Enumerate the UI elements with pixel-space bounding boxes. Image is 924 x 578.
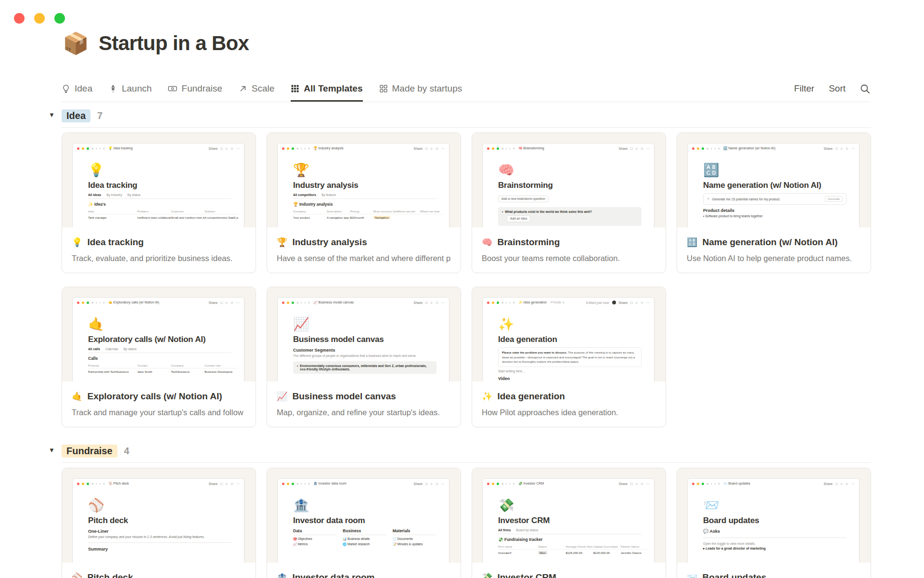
card-title: 🤙Exploratory calls (w/ Notion AI) <box>72 391 246 402</box>
template-card-investor-crm[interactable]: ≡‹›+💸 Investor CRMShare□○☆···💸Investor C… <box>472 468 666 578</box>
template-card-pitch-deck[interactable]: ≡‹›+⚾ Pitch deckShare□○☆···⚾Pitch deckOn… <box>62 468 256 578</box>
section-badge-idea[interactable]: Idea <box>62 109 90 122</box>
more-icon: ··· <box>441 147 445 150</box>
template-card-business-model-canvas[interactable]: ≡‹›+📈 Business model canvasShare□○☆···📈B… <box>267 287 461 427</box>
card-title-text: Brainstorming <box>497 237 560 248</box>
search-icon[interactable] <box>860 84 870 94</box>
more-icon: ··· <box>851 482 855 486</box>
mini-ai-prompt-text: Generate me 15 potential names for my pr… <box>712 197 781 201</box>
mini-table: Firm nameStatusAverage Check SizeCapital… <box>498 543 648 555</box>
sort-button[interactable]: Sort <box>829 83 846 94</box>
template-card-idea-generation[interactable]: ≡‹›+✨ Idea generationPrivate ∨Edited jus… <box>472 287 666 427</box>
comment-icon: □ <box>835 482 837 486</box>
tab-scale[interactable]: Scale <box>239 76 275 102</box>
star-icon: ☆ <box>231 482 233 486</box>
template-card-board-updates[interactable]: ≡‹›+📨 Board updatesShare□○☆···📨Board upd… <box>677 468 871 578</box>
tab-idea[interactable]: Idea <box>62 76 92 102</box>
template-card-investor-data-room[interactable]: ≡‹›+🏦 Investor data roomShare□○☆···🏦Inve… <box>267 468 461 578</box>
forward-icon: › <box>509 301 510 304</box>
mini-page-content: 🔠Name generation (w/ Notion AI)✦Generate… <box>688 164 859 218</box>
close-window-button[interactable] <box>14 13 25 24</box>
mini-page-title: 📨 Board updates <box>723 482 750 486</box>
star-icon: ☆ <box>436 147 438 150</box>
mini-subheading: Product details <box>703 208 847 213</box>
mini-cell <box>420 216 443 219</box>
mini-traffic-light <box>492 147 494 150</box>
mini-table-row: Task managerInefficient team collaborati… <box>88 214 238 220</box>
template-card-idea-tracking[interactable]: ≡‹›+💡 Idea trackingShare□○☆···💡Idea trac… <box>62 132 256 273</box>
avatar <box>612 301 616 304</box>
tab-all-templates[interactable]: All Templates <box>291 76 362 102</box>
card-emoji: 💸 <box>482 572 492 578</box>
mini-heading: Exploratory calls (w/ Notion AI) <box>88 335 231 344</box>
mini-window: ≡‹›+📨 Board updatesShare□○☆···📨Board upd… <box>688 479 859 563</box>
menu-icon: ≡ <box>91 482 93 486</box>
mini-page-title: 🧠 Brainstorming <box>518 146 544 150</box>
mini-table: CompanyDescriptionPricingMost common fea… <box>293 208 443 220</box>
tab-bar: IdeaLaunchFundraiseScaleAll TemplatesMad… <box>62 76 870 102</box>
mini-column-item: 📝 Minutes & updates <box>393 542 436 546</box>
mini-cell: Jane Smith <box>137 370 171 373</box>
menu-icon: ≡ <box>91 147 93 150</box>
mini-chrome-actions: Share□○☆··· <box>414 147 445 150</box>
back-icon: ‹ <box>506 482 507 486</box>
mini-cell: TechSolutions <box>171 370 205 373</box>
mini-window-chrome: ≡‹›+✨ Idea generationPrivate ∨Edited jus… <box>483 298 654 307</box>
template-card-name-generation-w-notion-ai[interactable]: ≡‹›+🔠 Name generation (w/ Notion AI)Shar… <box>677 132 871 273</box>
back-icon: ‹ <box>301 147 302 150</box>
collapse-triangle-icon[interactable]: ▼ <box>49 447 55 454</box>
card-footer: 🧠BrainstormingBoost your teams remote co… <box>472 227 666 263</box>
mini-heading: Industry analysis <box>293 181 436 190</box>
mini-chrome-actions: Share□○☆··· <box>619 147 650 150</box>
menu-icon: ≡ <box>501 482 503 486</box>
filter-button[interactable]: Filter <box>794 83 814 94</box>
menu-icon: ≡ <box>501 147 503 150</box>
mini-col-header: Solution <box>205 210 238 213</box>
mini-traffic-light <box>692 483 694 485</box>
more-icon: ··· <box>236 301 240 304</box>
minimize-window-button[interactable] <box>34 13 45 24</box>
new-tab-icon: + <box>103 301 105 304</box>
tab-label: Made by startups <box>392 83 462 94</box>
card-footer: 🏆Industry analysisHave a sense of the ma… <box>267 227 461 263</box>
mini-col-header: Capital Committed <box>593 545 621 548</box>
mini-col-header: Company <box>171 364 205 367</box>
card-description: Use Notion AI to help generate product n… <box>687 254 861 263</box>
mini-subheading: Video <box>498 376 642 381</box>
mini-edited-label: Edited just now <box>586 301 609 304</box>
template-card-brainstorming[interactable]: ≡‹›+🧠 BrainstormingShare□○☆···🧠Brainstor… <box>472 132 666 273</box>
mini-traffic-light <box>282 147 284 150</box>
mini-gray-label: What products exist in the world we thin… <box>505 210 592 213</box>
mini-chrome-actions: Share□○☆··· <box>824 147 855 150</box>
mini-cell: $10/month <box>350 216 373 219</box>
template-card-exploratory-calls-w-notion-ai[interactable]: ≡‹›+🤙 Exploratory calls (w/ Notion AI)Sh… <box>62 287 256 427</box>
card-title: 🏆Industry analysis <box>277 237 451 248</box>
tab-launch[interactable]: Launch <box>109 76 152 102</box>
back-icon: ‹ <box>96 301 97 304</box>
mini-columns: Data🎯 Objectives📈 MetricsBusiness📊 Busin… <box>293 528 436 547</box>
mini-subheading: Summary <box>88 547 231 552</box>
mini-view-tab: All calls <box>88 347 100 351</box>
mini-page-emoji: 💡 <box>88 164 231 177</box>
zoom-window-button[interactable] <box>54 13 65 24</box>
section-badge-fundraise[interactable]: Fundraise <box>62 445 117 458</box>
updates-icon: ○ <box>225 147 227 150</box>
tab-fundraise[interactable]: Fundraise <box>168 76 222 102</box>
share-button: Share <box>824 147 833 150</box>
mini-traffic-light <box>692 147 694 150</box>
new-tab-icon: + <box>103 147 105 150</box>
mini-col-header: Status <box>538 545 565 548</box>
tab-label: Scale <box>252 83 275 94</box>
mini-col-header: Partner Name <box>621 545 648 548</box>
mini-page-content: 💡Idea trackingAll ideasBy industryBy sta… <box>73 164 244 220</box>
template-card-industry-analysis[interactable]: ≡‹›+🏆 Industry analysisShare□○☆···🏆Indus… <box>267 132 461 273</box>
mini-traffic-light <box>292 483 294 485</box>
collapse-triangle-icon[interactable]: ▼ <box>49 111 55 118</box>
card-emoji: 🔠 <box>687 237 697 248</box>
mini-chrome-actions: Share□○☆··· <box>414 482 445 486</box>
mini-col-header: Description <box>327 210 350 213</box>
comment-icon: □ <box>220 301 222 304</box>
tab-made-by-startups[interactable]: Made by startups <box>379 76 462 102</box>
mini-traffic-light <box>697 147 699 150</box>
tab-label: Launch <box>122 83 152 94</box>
